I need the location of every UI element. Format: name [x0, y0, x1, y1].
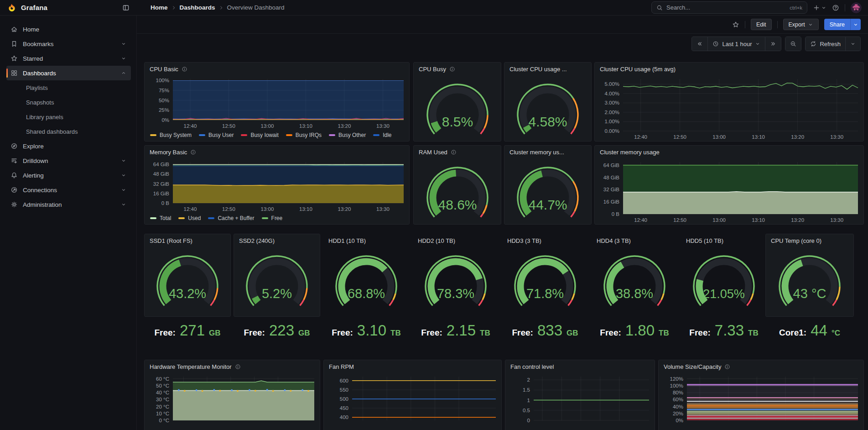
zoom-out-button[interactable] — [785, 37, 801, 51]
help-button[interactable] — [832, 4, 839, 11]
legend-item[interactable]: Busy User — [199, 132, 234, 138]
sidebar-item-library-panels[interactable]: Library panels — [6, 110, 131, 124]
stat-value: 271 — [180, 322, 205, 339]
hw-temp-chart[interactable]: 60 °C50 °C40 °C30 °C20 °C10 °C0 °C — [145, 373, 320, 423]
svg-text:550: 550 — [340, 387, 348, 393]
export-button[interactable]: Export — [783, 19, 819, 30]
info-icon[interactable] — [724, 364, 730, 370]
sidebar-item-snapshots[interactable]: Snapshots — [6, 95, 131, 110]
time-shift-forward-button[interactable] — [765, 37, 781, 51]
chevron-down-icon[interactable] — [121, 158, 126, 163]
user-avatar[interactable] — [851, 2, 862, 13]
sidebar-item-playlists[interactable]: Playlists — [6, 80, 131, 95]
info-icon[interactable] — [190, 149, 196, 155]
panel-cluster-memory-usage: Cluster memory usage 64 GiB48 GiB32 GiB1… — [594, 145, 864, 225]
sidebar-item-alerting[interactable]: Alerting — [6, 168, 131, 183]
divider — [777, 21, 778, 28]
legend-item[interactable]: Idle — [373, 132, 391, 138]
chevron-up-icon[interactable] — [121, 70, 126, 76]
sidebar-item-administration[interactable]: Administration — [6, 197, 131, 212]
panel-toggle-icon[interactable] — [122, 4, 130, 11]
drilldown-icon — [10, 157, 18, 164]
legend-item[interactable]: Cache + Buffer — [208, 215, 254, 221]
panel-title[interactable]: SSD2 (240G) — [239, 237, 275, 244]
cpu-basic-chart[interactable]: 100%75%50%25%0%12:4012:5013:0013:1013:20… — [145, 75, 409, 130]
panel-title[interactable]: Memory Basic — [150, 149, 187, 156]
sidebar-item-dashboards[interactable]: Dashboards — [6, 66, 131, 80]
legend-item[interactable]: Busy Iowait — [241, 132, 278, 138]
panel-title[interactable]: HDD3 (3 TB) — [507, 237, 541, 244]
svg-text:0.5: 0.5 — [523, 408, 530, 413]
panel-title[interactable]: SSD1 (Root FS) — [150, 237, 192, 244]
share-menu-button[interactable] — [850, 19, 861, 30]
time-range-picker[interactable]: Last 1 hour — [707, 37, 765, 51]
legend-item[interactable]: Busy System — [150, 132, 192, 138]
add-new-button[interactable] — [813, 4, 826, 11]
legend-item[interactable]: Total — [150, 215, 171, 221]
info-icon[interactable] — [235, 364, 241, 370]
sidebar-item-home[interactable]: Home — [6, 22, 131, 37]
sidebar-item-bookmarks[interactable]: Bookmarks — [6, 37, 131, 51]
search-input[interactable]: Search... ctrl+k — [651, 1, 807, 14]
fan-control-chart[interactable]: 21.510.50 — [505, 373, 655, 423]
volume-capacity-chart[interactable]: 120%100%80%60%40%20%0% — [659, 373, 863, 423]
angles-right-icon — [770, 41, 776, 47]
legend-item[interactable]: Used — [178, 215, 201, 221]
panel-title[interactable]: CPU Basic — [150, 66, 178, 73]
panel-title[interactable]: HDD1 (10 TB) — [328, 237, 366, 244]
svg-text:44.7%: 44.7% — [528, 197, 567, 212]
info-icon[interactable] — [451, 149, 457, 155]
time-shift-back-button[interactable] — [692, 37, 707, 51]
legend-item[interactable]: Free — [262, 215, 283, 221]
info-icon[interactable] — [182, 66, 187, 72]
panel-title[interactable]: HDD2 (10 TB) — [418, 237, 455, 244]
share-button[interactable]: Share — [824, 19, 850, 30]
panel-fan-rpm: Fan RPM 600550500450400 — [323, 360, 502, 430]
panel-title[interactable]: RAM Used — [419, 149, 447, 156]
breadcrumb-home[interactable]: Home — [151, 4, 168, 11]
sidebar-header: Grafana — [0, 3, 137, 12]
panel-title[interactable]: CPU Busy — [419, 66, 446, 73]
chevron-down-icon[interactable] — [121, 56, 126, 61]
panel-title[interactable]: Fan RPM — [329, 363, 354, 370]
cluster-cpu-5m-chart[interactable]: 5.00%4.00%3.00%2.00%1.00%0.00%12:4012:50… — [595, 75, 863, 141]
panel-title[interactable]: HDD4 (3 TB) — [597, 237, 631, 244]
grafana-logo[interactable] — [7, 3, 16, 12]
sidebar-item-shared-dashboards[interactable]: Shared dashboards — [6, 124, 131, 139]
chevron-down-icon[interactable] — [121, 202, 126, 207]
edit-button[interactable]: Edit — [751, 19, 772, 30]
info-icon[interactable] — [449, 66, 455, 72]
panel-title[interactable]: Cluster memory usage — [600, 149, 660, 156]
legend-item[interactable]: Busy Other — [329, 132, 366, 138]
panel-title[interactable]: Hardware Temperature Monitor — [150, 363, 232, 370]
sidebar-item-explore[interactable]: Explore — [6, 139, 131, 153]
svg-text:500: 500 — [340, 396, 348, 402]
favorite-star-icon[interactable] — [732, 21, 739, 28]
fan-rpm-chart[interactable]: 600550500450400 — [324, 373, 501, 423]
memory-basic-chart[interactable]: 64 GiB48 GiB32 GiB16 GiB0 B12:4012:5013:… — [145, 158, 409, 213]
brand-title[interactable]: Grafana — [21, 4, 47, 11]
refresh-button[interactable]: Refresh — [806, 37, 845, 51]
chevron-down-icon[interactable] — [121, 41, 126, 47]
cluster-memory-chart[interactable]: 64 GiB48 GiB32 GiB16 GiB0 B12:4012:5013:… — [595, 158, 863, 224]
panel-ram-used: RAM Used 48.6% — [413, 145, 501, 225]
sidebar-item-connections[interactable]: Connections — [6, 183, 131, 197]
panel-title[interactable]: HDD5 (10 TB) — [686, 237, 723, 244]
panel-title[interactable]: Cluster CPU usage ... — [509, 66, 567, 73]
legend-item[interactable]: Busy IRQs — [286, 132, 322, 138]
refresh-interval-button[interactable] — [845, 37, 860, 51]
sidebar-item-drilldown[interactable]: Drilldown — [6, 153, 131, 168]
panel-title[interactable]: Cluster memory us... — [509, 149, 564, 156]
panel-title[interactable]: CPU Temp (core 0) — [771, 237, 821, 244]
chevron-down-icon[interactable] — [121, 173, 126, 178]
chevron-down-icon[interactable] — [121, 187, 126, 193]
stat-label: Free: — [600, 328, 621, 338]
svg-text:50%: 50% — [159, 98, 169, 103]
panel-title[interactable]: Fan control level — [510, 363, 554, 370]
stat-core1-temp: Core1: 44 °C — [765, 321, 854, 351]
svg-text:1.5: 1.5 — [523, 387, 530, 393]
panel-title[interactable]: Cluster CPU usage (5m avg) — [600, 66, 676, 73]
panel-title[interactable]: Volume Size/Capacity — [664, 363, 721, 370]
breadcrumb-dashboards[interactable]: Dashboards — [180, 4, 215, 11]
sidebar-item-starred[interactable]: Starred — [6, 51, 131, 66]
